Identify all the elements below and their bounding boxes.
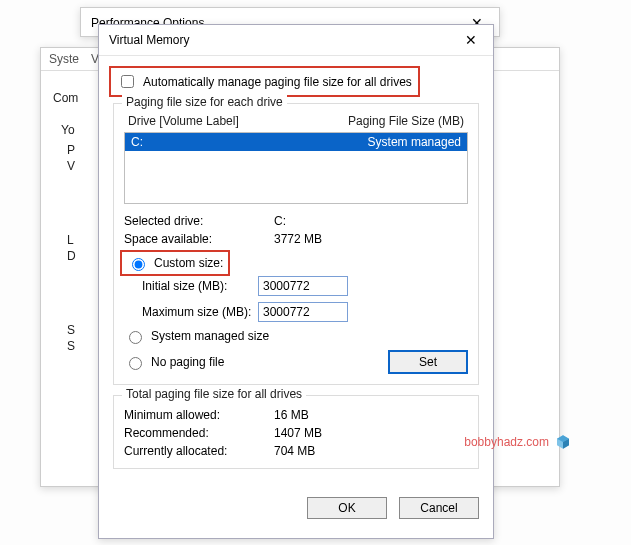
min-allowed-value: 16 MB <box>274 408 309 422</box>
watermark: bobbyhadz.com <box>464 434 571 450</box>
group-title: Total paging file size for all drives <box>122 387 306 401</box>
close-icon[interactable]: ✕ <box>459 31 483 49</box>
cube-icon <box>555 434 571 450</box>
maximum-size-label: Maximum size (MB): <box>142 305 258 319</box>
custom-size-radio[interactable] <box>132 258 145 271</box>
ok-button[interactable]: OK <box>307 497 387 519</box>
bg-tab-system[interactable]: Syste <box>49 52 79 66</box>
space-available-label: Space available: <box>124 232 274 246</box>
col-size: Paging File Size (MB) <box>348 114 464 128</box>
watermark-text: bobbyhadz.com <box>464 435 549 449</box>
min-allowed-label: Minimum allowed: <box>124 408 274 422</box>
drive-list-header: Drive [Volume Label] Paging File Size (M… <box>124 112 468 130</box>
virtual-memory-dialog: Virtual Memory ✕ Automatically manage pa… <box>98 24 494 539</box>
selected-drive-value: C: <box>274 214 286 228</box>
system-managed-radio[interactable] <box>129 331 142 344</box>
selected-drive-label: Selected drive: <box>124 214 274 228</box>
recommended-value: 1407 MB <box>274 426 322 440</box>
auto-manage-checkbox[interactable] <box>121 75 134 88</box>
currently-allocated-value: 704 MB <box>274 444 315 458</box>
initial-size-input[interactable] <box>258 276 348 296</box>
auto-manage-label: Automatically manage paging file size fo… <box>143 75 412 89</box>
system-managed-label: System managed size <box>151 329 269 343</box>
initial-size-label: Initial size (MB): <box>142 279 258 293</box>
dialog-buttons: OK Cancel <box>99 487 493 529</box>
no-paging-label: No paging file <box>151 355 224 369</box>
col-drive: Drive [Volume Label] <box>128 114 239 128</box>
recommended-label: Recommended: <box>124 426 274 440</box>
group-title: Paging file size for each drive <box>122 95 287 109</box>
set-button[interactable]: Set <box>388 350 468 374</box>
drive-letter: C: <box>131 135 143 149</box>
space-available-value: 3772 MB <box>274 232 322 246</box>
currently-allocated-label: Currently allocated: <box>124 444 274 458</box>
maximum-size-input[interactable] <box>258 302 348 322</box>
vm-titlebar: Virtual Memory ✕ <box>99 25 493 56</box>
paging-per-drive-group: Paging file size for each drive Drive [V… <box>113 103 479 385</box>
cancel-button[interactable]: Cancel <box>399 497 479 519</box>
drive-list[interactable]: C: System managed <box>124 132 468 204</box>
vm-title: Virtual Memory <box>109 33 189 47</box>
custom-size-label: Custom size: <box>154 256 223 270</box>
no-paging-radio[interactable] <box>129 357 142 370</box>
total-paging-group: Total paging file size for all drives Mi… <box>113 395 479 469</box>
drive-size: System managed <box>368 135 461 149</box>
drive-row[interactable]: C: System managed <box>125 133 467 151</box>
